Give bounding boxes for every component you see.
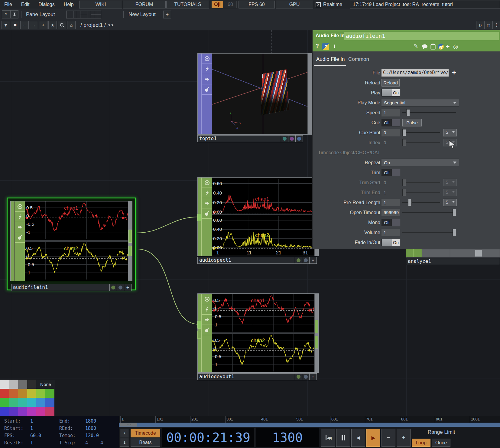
node-side-strip[interactable] xyxy=(11,201,15,281)
slider-handle[interactable] xyxy=(402,189,406,196)
value-field[interactable]: 1 xyxy=(381,189,400,196)
search-icon[interactable] xyxy=(58,21,66,29)
file-browse-icon[interactable]: + xyxy=(450,68,458,77)
info-value[interactable]: 1 xyxy=(30,418,33,424)
beats-mode-button[interactable]: Beats xyxy=(131,438,160,447)
node-status-dot[interactable] xyxy=(288,135,296,142)
info-icon[interactable]: i xyxy=(334,43,335,49)
info-value[interactable]: 1 xyxy=(30,426,33,431)
dropdown-repeat[interactable]: On xyxy=(381,159,459,166)
info-value[interactable]: 4 xyxy=(85,440,88,446)
palette-swatch[interactable] xyxy=(36,398,45,407)
value-field[interactable]: 999999 xyxy=(381,209,400,216)
pulse-button[interactable]: Pulse xyxy=(402,119,422,126)
palette-swatch[interactable] xyxy=(45,389,54,398)
toggle-on[interactable]: On xyxy=(381,89,400,96)
node-status-dot[interactable] xyxy=(295,373,302,380)
output-connector[interactable] xyxy=(315,336,318,348)
palette-none[interactable]: None xyxy=(36,380,55,389)
palette-swatch[interactable] xyxy=(36,407,45,416)
value-field[interactable]: 0 xyxy=(381,139,400,146)
insert-mode-button[interactable]: I xyxy=(120,438,129,447)
node-resize-handle[interactable] xyxy=(475,250,482,257)
lock-flag-icon[interactable] xyxy=(15,232,25,243)
node-resize-strip[interactable] xyxy=(307,54,312,134)
palette-swatch[interactable] xyxy=(27,407,36,416)
palette-swatch[interactable] xyxy=(0,389,9,398)
palette-swatch[interactable] xyxy=(9,380,18,389)
toggle-off[interactable]: Off xyxy=(381,169,400,176)
slider-track[interactable] xyxy=(402,212,456,213)
info-value[interactable]: 1800 xyxy=(85,418,96,424)
fps-button[interactable]: FPS 60 xyxy=(239,1,275,8)
copy-parameters-icon[interactable] xyxy=(430,44,436,51)
palette-swatch[interactable] xyxy=(18,398,27,407)
node-resize-strip[interactable] xyxy=(314,294,318,372)
reload-button[interactable]: Reload xyxy=(381,79,400,87)
node-audiospect1[interactable]: 0.600.400.200.00chan10.600.400.200.00cha… xyxy=(197,177,319,256)
decrement-frame-button[interactable]: − xyxy=(381,429,395,447)
info-value[interactable]: 1 xyxy=(30,440,33,446)
lock-flag-icon[interactable] xyxy=(202,84,212,95)
value-field[interactable]: 1 xyxy=(381,109,400,116)
node-status-dot[interactable] xyxy=(117,284,124,291)
palette-swatch[interactable] xyxy=(9,407,18,416)
edit-expression-icon[interactable]: ✎ xyxy=(414,43,418,50)
maximize-pane-icon[interactable]: ^ xyxy=(2,10,10,18)
realtime-control[interactable]: × Realtime xyxy=(316,0,342,9)
slider-handle[interactable] xyxy=(453,229,456,236)
node-audiodevout1[interactable]: 0.50-0.5-1chan10.50-0.5-1chan2 xyxy=(197,293,319,373)
input-connector[interactable] xyxy=(197,214,201,221)
palette-swatch[interactable] xyxy=(27,380,36,389)
viewer-flag-icon[interactable] xyxy=(202,178,212,188)
info-value[interactable]: 1800 xyxy=(85,426,96,431)
lock-flag-icon[interactable] xyxy=(202,208,212,219)
forward-icon[interactable]: → xyxy=(30,21,38,29)
palette-swatch[interactable] xyxy=(36,389,45,398)
toggle-on[interactable]: On xyxy=(381,239,400,246)
output-connector[interactable] xyxy=(128,230,132,243)
bypass-flag-icon[interactable] xyxy=(202,315,212,325)
menu-file[interactable]: File xyxy=(4,2,12,7)
palette-swatch[interactable] xyxy=(27,398,36,407)
input-connector[interactable] xyxy=(197,331,201,339)
render-flag-icon[interactable] xyxy=(202,304,212,315)
viewer-flag-icon[interactable] xyxy=(202,294,212,304)
node-status-dot[interactable] xyxy=(302,257,310,264)
palette-swatch[interactable] xyxy=(9,389,18,398)
units-dropdown[interactable]: S xyxy=(443,199,457,206)
slider-handle[interactable] xyxy=(402,179,406,186)
collapse-menu-icon[interactable]: ▼ xyxy=(2,21,10,29)
anchor-icon[interactable] xyxy=(10,10,18,18)
node-add-icon[interactable]: + xyxy=(309,257,317,264)
node-add-icon[interactable]: + xyxy=(309,373,317,380)
palette-swatch[interactable] xyxy=(45,398,54,407)
slider-track[interactable] xyxy=(402,142,440,143)
palette-swatch[interactable] xyxy=(0,407,9,416)
palette-swatch[interactable] xyxy=(27,389,36,398)
node-flag-cell[interactable] xyxy=(406,249,414,257)
toggle-off[interactable]: Off xyxy=(381,219,400,226)
slider-track[interactable] xyxy=(402,132,440,133)
node-flag-cell[interactable] xyxy=(414,249,422,257)
bypass-flag-icon[interactable] xyxy=(202,198,212,208)
palette-swatch[interactable] xyxy=(18,407,27,416)
value-field[interactable]: 0 xyxy=(381,179,400,186)
slider-track[interactable] xyxy=(402,192,440,193)
node-name-analyze1[interactable]: analyze1 xyxy=(406,258,500,265)
node-name-audiospect1[interactable]: audiospect1 xyxy=(197,257,295,264)
operator-name-field[interactable]: audiofilein1 xyxy=(344,32,499,40)
forum-button[interactable]: FORUM xyxy=(123,1,166,8)
node-status-dot[interactable] xyxy=(295,257,302,264)
slider-track[interactable] xyxy=(402,112,456,113)
render-flag-icon[interactable] xyxy=(15,212,25,222)
slider-handle[interactable] xyxy=(408,199,412,206)
menu-edit[interactable]: Edit xyxy=(21,2,30,7)
node-add-icon[interactable]: + xyxy=(124,284,131,291)
viewer-flag-icon[interactable] xyxy=(15,201,25,212)
timeline-range-bar[interactable] xyxy=(119,423,500,427)
value-field[interactable]: 1 xyxy=(381,229,400,236)
stop-icon[interactable]: ■ xyxy=(11,21,19,29)
pause-button[interactable] xyxy=(336,429,350,447)
comment-icon[interactable] xyxy=(421,44,428,51)
